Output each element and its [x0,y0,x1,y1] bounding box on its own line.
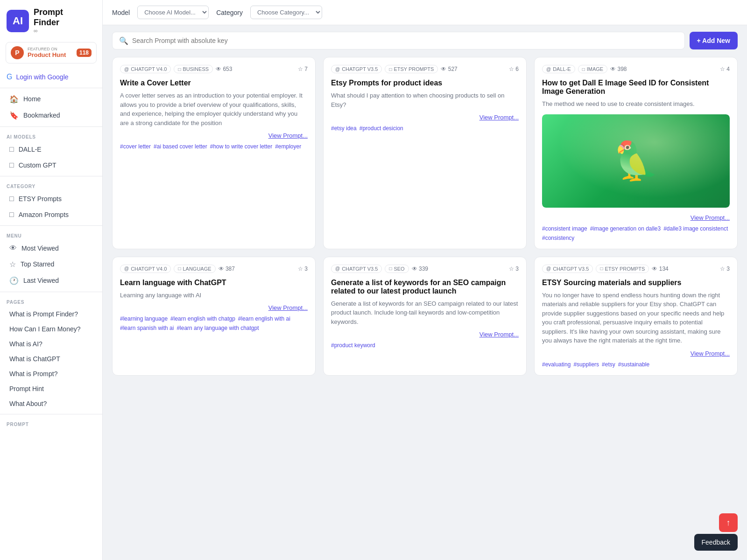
card-title: ETSY Sourcing materials and suppliers [542,279,730,287]
sidebar-item-how-earn-money[interactable]: How Can I Earn Money? [3,322,99,336]
views-stat: 👁 339 [412,266,428,272]
pages-label: PAGES [0,295,102,307]
card-hashtags: #consistent image#image generation on da… [542,225,730,241]
view-prompt-link[interactable]: View Prompt... [268,132,308,139]
hashtag[interactable]: #employer [275,143,301,150]
divider-3 [0,176,102,176]
sidebar-item-top-starred[interactable]: ☆ Top Starred [3,256,99,273]
hashtag[interactable]: #learn english with chatgp [170,315,235,322]
model-tag-icon: @ [335,266,340,271]
hashtag[interactable]: #learn english with ai [238,315,290,322]
hashtag[interactable]: #etsy [602,361,615,368]
view-prompt-link[interactable]: View Prompt... [268,304,308,311]
cards-grid: @ CHATGPT V4.0 □ BUSINESS 👁 653 ☆ 7 Writ… [103,49,747,560]
category-select[interactable]: Choose Category... [250,6,322,19]
stars-stat: ☆ 6 [509,66,519,72]
hashtag[interactable]: #learn any language with chatgpt [176,325,259,331]
sidebar-item-dall-e[interactable]: □ DALL-E [3,141,99,157]
sidebar-item-etsy-prompts[interactable]: □ ETSY Prompts [3,191,99,207]
sidebar-custom-gpt-label: Custom GPT [19,161,56,169]
views-stat: 👁 653 [216,66,232,72]
divider-6 [0,414,102,414]
hashtag[interactable]: #suppliers [573,361,599,368]
hashtag[interactable]: #learning language [120,315,168,322]
page-link-1: What is Prompt Finder? [9,310,78,318]
sidebar-item-last-viewed[interactable]: 🕐 Last Viewed [3,273,99,289]
sidebar-item-what-is-ai[interactable]: What is AI? [3,336,99,351]
sidebar-item-home-label: Home [23,95,41,103]
view-prompt-link[interactable]: View Prompt... [691,350,730,357]
divider-2 [0,126,102,127]
etsy-icon: □ [9,195,14,203]
card-tags-row: @ CHATGPT V4.0 □ BUSINESS 👁 653 ☆ 7 [120,65,308,73]
card-hashtags: #cover letter#ai based cover letter#how … [120,143,308,150]
sidebar-item-what-is-chatgpt[interactable]: What is ChatGPT [3,351,99,366]
logo-title-bottom: Finder [34,18,63,28]
sidebar-last-viewed-label: Last Viewed [23,277,59,284]
view-prompt-link[interactable]: View Prompt... [691,214,730,221]
scroll-top-button[interactable]: ↑ [719,513,738,532]
category-tag-icon: □ [600,266,603,271]
search-input[interactable] [132,32,678,49]
page-link-5: What is Prompt? [9,370,57,378]
sidebar-item-what-about[interactable]: What About? [3,396,99,411]
card-title: Learn language with ChatGPT [120,279,308,287]
sidebar-item-what-is-prompt-finder[interactable]: What is Prompt Finder? [3,307,99,322]
hashtag[interactable]: #etsy idea [331,125,357,132]
page-link-3: What is AI? [9,340,42,348]
sidebar-amazon-label: Amazon Prompts [19,211,69,218]
view-prompt-link[interactable]: View Prompt... [479,114,519,121]
hashtag[interactable]: #sustainable [618,361,649,368]
sidebar-item-amazon-prompts[interactable]: □ Amazon Prompts [3,207,99,223]
sidebar-item-prompt-hint[interactable]: Prompt Hint [3,381,99,396]
sidebar-logo: AI Prompt Finder ∞ [0,0,102,42]
hashtag[interactable]: #product keyword [331,342,375,349]
eye-icon: 👁 [9,244,17,252]
sidebar-dall-e-label: DALL-E [19,146,42,153]
stars-stat: ☆ 7 [298,66,308,72]
category-tag: □ SEO [385,265,409,273]
sidebar-item-bookmarked[interactable]: 🔖 Bookmarked [3,107,99,124]
hashtag[interactable]: #image generation on dalle3 [590,225,661,232]
divider-4 [0,225,102,226]
star-icon: ☆ [9,260,16,269]
sidebar-item-custom-gpt[interactable]: □ Custom GPT [3,157,99,173]
google-icon: G [7,73,12,81]
view-prompt-link[interactable]: View Prompt... [479,331,519,338]
category-tag: □ IMAGE [578,65,608,73]
category-tag-icon: □ [389,67,392,72]
search-icon: 🔍 [119,36,128,45]
hashtag[interactable]: #consistent image [542,225,587,232]
sidebar-item-what-is-prompt[interactable]: What is Prompt? [3,366,99,381]
views-stat: 👁 527 [441,66,457,72]
product-hunt-text: FEATURED ON Product Hunt [28,47,73,58]
card-tags-row: @ CHATGPT V3.5 □ ETSY PROMPTS 👁 134 ☆ 3 [542,265,730,273]
card-hashtags: #etsy idea#product desicion [331,125,519,132]
hashtag[interactable]: #dalle3 image consistenct [663,225,728,232]
sidebar-item-most-viewed[interactable]: 👁 Most Viewed [3,240,99,256]
add-new-button[interactable]: + Add New [690,32,738,49]
sidebar-item-home[interactable]: 🏠 Home [3,91,99,107]
card-card6: @ CHATGPT V3.5 □ ETSY PROMPTS 👁 134 ☆ 3 … [534,257,738,376]
sidebar-top-starred-label: Top Starred [21,260,54,268]
hashtag[interactable]: #product desicion [359,125,403,132]
product-hunt-badge[interactable]: P FEATURED ON Product Hunt 118 [6,42,97,63]
hashtag[interactable]: #learn spanish with ai [120,325,174,331]
hashtag[interactable]: #consistency [542,235,574,241]
stars-stat: ☆ 3 [720,266,730,272]
hashtag[interactable]: #evaluating [542,361,571,368]
model-tag: @ CHATGPT V3.5 [331,65,382,73]
model-select[interactable]: Choose AI Model... [137,6,209,19]
views-stat: 👁 134 [652,266,668,272]
hashtag[interactable]: #cover letter [120,143,151,150]
model-label: Model [112,9,130,16]
login-with-google[interactable]: G Login with Google [0,69,102,85]
hashtag[interactable]: #ai based cover letter [154,143,207,150]
feedback-button[interactable]: Feedback [694,534,738,551]
main-content: Model Choose AI Model... Category Choose… [103,0,747,560]
page-link-7: What About? [9,400,47,407]
divider-1 [0,88,102,88]
hashtag[interactable]: #how to write cover letter [210,143,272,150]
logo-text: Prompt Finder ∞ [34,7,63,35]
stars-stat: ☆ 3 [509,266,519,272]
